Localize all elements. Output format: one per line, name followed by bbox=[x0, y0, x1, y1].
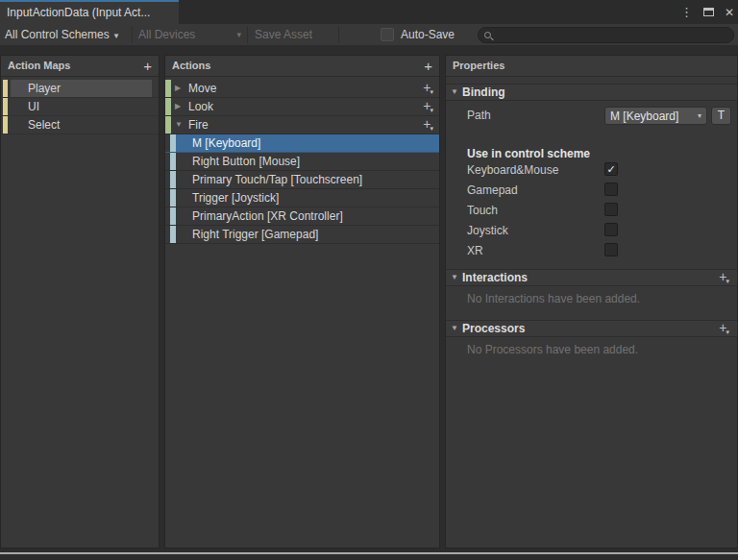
binding-row-m-keyboard[interactable]: M [Keyboard] bbox=[165, 134, 439, 153]
add-action-map-button[interactable]: + bbox=[143, 56, 152, 76]
binding-row-primary-touch[interactable]: Primary Touch/Tap [Touchscreen] bbox=[165, 171, 439, 189]
chevron-down-icon: ▾ bbox=[430, 107, 433, 113]
window-controls: ⋮ ✕ bbox=[680, 0, 734, 24]
scheme-checkbox-joystick[interactable]: ✓ bbox=[604, 223, 618, 236]
chevron-down-icon: ▾ bbox=[236, 24, 241, 45]
scheme-label-keyboard-mouse: Keyboard&Mouse bbox=[467, 161, 558, 179]
window-bottom-edge[interactable] bbox=[0, 552, 738, 554]
binding-label: M [Keyboard] bbox=[192, 134, 260, 152]
search-input[interactable] bbox=[496, 30, 727, 41]
action-row-look[interactable]: ▶ Look +▾ bbox=[165, 98, 439, 116]
close-icon[interactable]: ✕ bbox=[725, 6, 734, 19]
collapsed-arrow-icon[interactable]: ▶ bbox=[175, 80, 181, 97]
action-map-label: Player bbox=[11, 80, 152, 97]
path-label: Path bbox=[467, 107, 491, 124]
path-text-mode-button[interactable]: T bbox=[711, 107, 731, 125]
binding-label: PrimaryAction [XR Controller] bbox=[192, 207, 343, 225]
action-map-color-bar bbox=[3, 80, 8, 97]
toolbar-separator bbox=[247, 26, 248, 43]
action-map-color-bar bbox=[3, 116, 8, 134]
action-map-row-select[interactable]: Select bbox=[1, 116, 159, 134]
binding-color-bar bbox=[170, 153, 176, 170]
maximize-icon[interactable] bbox=[703, 8, 714, 16]
action-label: Look bbox=[188, 98, 213, 115]
add-binding-button[interactable]: +▾ bbox=[423, 98, 434, 116]
collapsed-arrow-icon[interactable]: ▶ bbox=[175, 98, 181, 115]
auto-save-checkbox[interactable] bbox=[381, 28, 394, 41]
binding-color-bar bbox=[170, 189, 176, 207]
action-color-bar bbox=[165, 80, 171, 97]
scheme-checkbox-keyboard-mouse[interactable]: ✓ bbox=[604, 162, 618, 176]
actions-panel: Actions + ▶ Move +▾ ▶ Look +▾ ▼ Fire +▾ … bbox=[164, 55, 440, 548]
actions-title: Actions bbox=[172, 60, 210, 71]
search-icon bbox=[484, 32, 491, 38]
properties-header: Properties bbox=[446, 56, 737, 77]
toolbar: All Control Schemes▾ All Devices▾ Save A… bbox=[0, 24, 738, 45]
binding-row-primaryaction-xr[interactable]: PrimaryAction [XR Controller] bbox=[165, 207, 439, 226]
binding-label: Right Trigger [Gamepad] bbox=[192, 226, 318, 243]
binding-label: Primary Touch/Tap [Touchscreen] bbox=[192, 171, 362, 188]
expanded-arrow-icon[interactable]: ▼ bbox=[175, 116, 183, 134]
action-map-row-player[interactable]: Player bbox=[1, 80, 159, 98]
scheme-label-touch: Touch bbox=[467, 202, 498, 219]
actions-list: ▶ Move +▾ ▶ Look +▾ ▼ Fire +▾ M [Keyboar… bbox=[165, 77, 439, 244]
action-maps-title: Action Maps bbox=[8, 60, 70, 71]
add-interaction-button[interactable]: +▾ bbox=[719, 270, 730, 286]
save-asset-label: Save Asset bbox=[255, 28, 312, 41]
devices-dropdown[interactable]: All Devices▾ bbox=[138, 24, 245, 45]
binding-row-trigger-joystick[interactable]: Trigger [Joystick] bbox=[165, 189, 439, 207]
scheme-checkbox-xr[interactable]: ✓ bbox=[604, 243, 618, 256]
action-color-bar bbox=[165, 98, 171, 115]
binding-color-bar bbox=[170, 134, 176, 152]
scheme-label-joystick: Joystick bbox=[467, 222, 508, 239]
binding-label: Right Button [Mouse] bbox=[192, 153, 300, 170]
control-schemes-label: All Control Schemes bbox=[5, 28, 110, 41]
binding-color-bar bbox=[170, 171, 176, 188]
chevron-down-icon: ▾ bbox=[430, 88, 433, 95]
action-label: Fire bbox=[188, 116, 209, 134]
action-row-fire[interactable]: ▼ Fire +▾ bbox=[165, 116, 439, 134]
action-label: Move bbox=[188, 80, 216, 97]
window-tab[interactable]: InputActionData (Input Act... bbox=[0, 0, 179, 24]
path-dropdown[interactable]: M [Keyboard] ▾ bbox=[604, 107, 707, 125]
binding-row-right-button-mouse[interactable]: Right Button [Mouse] bbox=[165, 153, 439, 171]
chevron-down-icon: ▾ bbox=[698, 111, 701, 120]
scheme-label-gamepad: Gamepad bbox=[467, 182, 518, 199]
actions-header: Actions + bbox=[165, 56, 439, 77]
scheme-checkbox-gamepad[interactable]: ✓ bbox=[604, 183, 618, 196]
menu-dots-icon[interactable]: ⋮ bbox=[680, 5, 693, 19]
toolbar-separator bbox=[132, 26, 133, 43]
add-action-button[interactable]: + bbox=[424, 56, 432, 76]
expanded-arrow-icon: ▼ bbox=[451, 321, 458, 336]
interactions-section-header[interactable]: ▼ Interactions +▾ bbox=[446, 269, 737, 286]
chevron-down-icon: ▾ bbox=[726, 329, 729, 335]
action-map-color-bar bbox=[3, 98, 8, 115]
action-maps-list: Player UI Select bbox=[1, 77, 159, 134]
action-map-label: Select bbox=[11, 116, 152, 134]
processors-section-header[interactable]: ▼ Processors +▾ bbox=[446, 320, 737, 337]
search-field[interactable] bbox=[478, 27, 734, 43]
properties-panel: Properties ▼ Binding Path M [Keyboard] ▾… bbox=[445, 55, 738, 548]
scheme-checkbox-touch[interactable]: ✓ bbox=[604, 203, 618, 216]
path-value: M [Keyboard] bbox=[610, 110, 696, 123]
action-map-row-ui[interactable]: UI bbox=[1, 98, 159, 116]
binding-row-right-trigger-gamepad[interactable]: Right Trigger [Gamepad] bbox=[165, 226, 439, 244]
action-maps-header: Action Maps + bbox=[1, 56, 159, 77]
check-icon: ✓ bbox=[605, 163, 617, 175]
save-asset-button[interactable]: Save Asset bbox=[255, 24, 312, 45]
binding-color-bar bbox=[170, 226, 176, 243]
control-schemes-dropdown[interactable]: All Control Schemes▾ bbox=[5, 24, 118, 45]
toolbar-separator bbox=[338, 26, 339, 43]
chevron-down-icon: ▾ bbox=[726, 278, 729, 284]
control-scheme-heading: Use in control scheme bbox=[467, 146, 590, 161]
add-processor-button[interactable]: +▾ bbox=[719, 321, 730, 337]
binding-section-header[interactable]: ▼ Binding bbox=[446, 84, 737, 101]
interactions-empty-text: No Interactions have been added. bbox=[467, 291, 640, 306]
action-row-move[interactable]: ▶ Move +▾ bbox=[165, 80, 439, 98]
scheme-label-xr: XR bbox=[467, 242, 483, 259]
processors-empty-text: No Processors have been added. bbox=[467, 342, 638, 357]
add-binding-button[interactable]: +▾ bbox=[423, 80, 434, 98]
action-maps-panel: Action Maps + Player UI Select bbox=[0, 55, 160, 548]
add-binding-button[interactable]: +▾ bbox=[423, 116, 434, 134]
tab-title: InputActionData (Input Act... bbox=[7, 6, 150, 19]
